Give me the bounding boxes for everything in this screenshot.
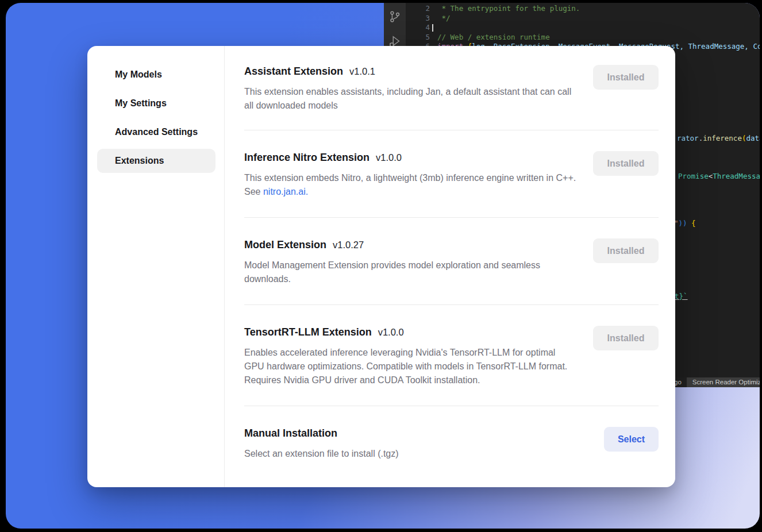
extension-row-manual-installation: Manual Installation Select an extension … xyxy=(244,406,659,479)
sidebar-item-advanced-settings[interactable]: Advanced Settings xyxy=(87,118,224,147)
sidebar-item-extensions[interactable]: Extensions xyxy=(97,149,215,173)
extension-row-inference-nitro: Inference Nitro Extension v1.0.0 This ex… xyxy=(244,130,659,218)
extension-row-tensorrt-llm: TensortRT-LLM Extension v1.0.0 Enables a… xyxy=(244,305,659,406)
line-number: 5 xyxy=(406,33,437,43)
code-fragment-promise: Promise<ThreadMessage> xyxy=(678,172,760,182)
extension-version: v1.0.0 xyxy=(376,152,402,163)
code-fragment-template-end: t}` xyxy=(675,292,688,302)
nitro-jan-ai-link[interactable]: nitro.jan.ai. xyxy=(263,187,308,196)
installed-button[interactable]: Installed xyxy=(593,151,659,176)
extension-row-assistant: Assistant Extension v1.0.1 This extensio… xyxy=(244,46,659,130)
extension-name: Inference Nitro Extension xyxy=(244,151,370,164)
select-file-button[interactable]: Select xyxy=(604,427,659,452)
code-fragment-inference: rator.inference(data)); xyxy=(677,134,760,144)
extension-description: Model Management Extension provides mode… xyxy=(244,259,578,286)
extension-version: v1.0.27 xyxy=(333,240,364,250)
extensions-panel: Assistant Extension v1.0.1 This extensio… xyxy=(225,46,675,487)
code-line: 5 // Web / extension runtime xyxy=(406,33,760,43)
extension-name: Assistant Extension xyxy=(244,65,343,78)
manual-install-description: Select an extension file to install (.tg… xyxy=(244,447,578,461)
code-line: 2 * The entrypoint for the plugin. xyxy=(406,4,760,14)
section-title: Manual Installation xyxy=(244,427,337,440)
extension-description: This extension enables assistants, inclu… xyxy=(244,85,578,113)
extension-description: Enables accelerated inference leveraging… xyxy=(244,346,578,387)
extension-version: v1.0.1 xyxy=(349,66,375,77)
sidebar-item-my-settings[interactable]: My Settings xyxy=(87,89,224,118)
code-lines: 2 * The entrypoint for the plugin. 3 */ … xyxy=(406,4,760,52)
code-fragment-closing: ")) { xyxy=(674,219,696,229)
text-cursor xyxy=(432,24,433,32)
line-number: 3 xyxy=(406,14,437,24)
app-window: 2 * The entrypoint for the plugin. 3 */ … xyxy=(6,3,760,529)
settings-sidebar: My Models My Settings Advanced Settings … xyxy=(87,46,225,487)
settings-modal: My Models My Settings Advanced Settings … xyxy=(87,46,675,487)
extension-name: Model Extension xyxy=(244,238,326,251)
installed-button[interactable]: Installed xyxy=(593,65,659,90)
screen-reader-badge[interactable]: Screen Reader Optimized xyxy=(687,377,760,387)
sidebar-item-my-models[interactable]: My Models xyxy=(87,60,224,89)
source-control-icon[interactable] xyxy=(388,10,401,24)
installed-button[interactable]: Installed xyxy=(593,326,659,350)
code-line: 4 xyxy=(406,23,760,33)
extension-row-model: Model Extension v1.0.27 Model Management… xyxy=(244,218,659,305)
extension-description: This extension embeds Nitro, a lightweig… xyxy=(244,171,578,199)
line-number: 2 xyxy=(406,4,437,14)
installed-button[interactable]: Installed xyxy=(593,238,659,263)
extension-name: TensortRT-LLM Extension xyxy=(244,326,372,338)
extension-version: v1.0.0 xyxy=(378,327,404,338)
code-line: 3 */ xyxy=(406,14,760,24)
